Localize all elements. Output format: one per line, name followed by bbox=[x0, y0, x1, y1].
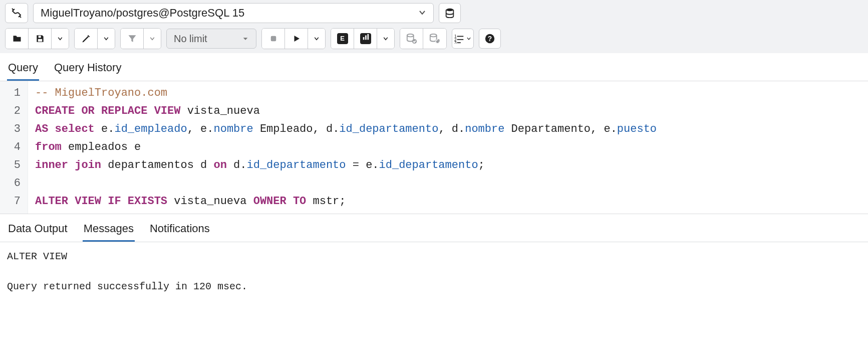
edit-dropdown-button[interactable] bbox=[98, 29, 115, 49]
line-gutter: 1234567 bbox=[0, 81, 28, 214]
code-line[interactable]: AS select e.id_empleado, e.nombre Emplea… bbox=[35, 120, 657, 138]
macros-button[interactable]: 1 2 3 bbox=[452, 29, 474, 49]
line-number: 6 bbox=[5, 174, 21, 193]
svg-rect-4 bbox=[270, 36, 276, 42]
connection-select[interactable]: MiguelTroyano/postgres@PostgreSQL 15 bbox=[33, 3, 434, 23]
row-limit-select[interactable]: No limit bbox=[166, 29, 256, 49]
svg-rect-2 bbox=[38, 39, 42, 42]
tab-query[interactable]: Query bbox=[7, 58, 39, 81]
line-number: 7 bbox=[5, 193, 21, 211]
sql-editor[interactable]: 1234567 -- MiguelTroyano.comCREATE OR RE… bbox=[0, 81, 868, 214]
execute-dropdown-button[interactable] bbox=[308, 29, 325, 49]
svg-point-1 bbox=[446, 9, 454, 12]
caret-down-icon bbox=[242, 35, 249, 42]
commit-button[interactable] bbox=[400, 29, 423, 49]
edit-button[interactable] bbox=[75, 29, 98, 49]
code-line[interactable] bbox=[35, 174, 657, 193]
svg-rect-5 bbox=[363, 37, 364, 40]
code-line[interactable]: CREATE OR REPLACE VIEW vista_nueva bbox=[35, 102, 657, 120]
tab-notifications[interactable]: Notifications bbox=[149, 220, 211, 242]
svg-rect-7 bbox=[367, 34, 369, 40]
code-line[interactable]: from empleados e bbox=[35, 138, 657, 156]
filter-group bbox=[120, 28, 161, 49]
messages-line-1: ALTER VIEW bbox=[7, 251, 67, 262]
svg-point-10 bbox=[430, 34, 437, 37]
row-limit-label: No limit bbox=[174, 33, 207, 45]
messages-panel: ALTER VIEW Query returned successfully i… bbox=[0, 242, 868, 306]
code-line[interactable]: -- MiguelTroyano.com bbox=[35, 84, 657, 102]
svg-rect-3 bbox=[38, 36, 41, 38]
tab-messages[interactable]: Messages bbox=[83, 220, 135, 242]
file-group bbox=[5, 28, 69, 49]
messages-line-2: Query returned successfully in 120 msec. bbox=[7, 281, 247, 292]
transaction-group bbox=[400, 28, 447, 49]
svg-text:3: 3 bbox=[454, 41, 457, 44]
execute-button[interactable] bbox=[285, 29, 308, 49]
database-icon-button[interactable] bbox=[439, 3, 461, 23]
execute-group bbox=[261, 28, 326, 49]
explain-group: E bbox=[331, 28, 395, 49]
svg-rect-6 bbox=[365, 36, 367, 40]
rollback-button[interactable] bbox=[423, 29, 446, 49]
connection-status-icon[interactable] bbox=[5, 3, 28, 23]
tab-data-output[interactable]: Data Output bbox=[7, 220, 69, 242]
help-button[interactable]: ? bbox=[479, 29, 501, 49]
svg-point-8 bbox=[407, 34, 413, 37]
svg-line-0 bbox=[15, 13, 18, 14]
connection-label: MiguelTroyano/postgres@PostgreSQL 15 bbox=[41, 7, 244, 20]
line-number: 2 bbox=[5, 102, 21, 120]
chevron-down-icon bbox=[418, 7, 426, 20]
save-button[interactable] bbox=[29, 29, 52, 49]
line-number: 3 bbox=[5, 120, 21, 138]
stop-button[interactable] bbox=[262, 29, 285, 49]
line-number: 1 bbox=[5, 84, 21, 102]
result-tabs: Data Output Messages Notifications bbox=[0, 214, 868, 242]
save-dropdown-button[interactable] bbox=[52, 29, 69, 49]
code-area[interactable]: -- MiguelTroyano.comCREATE OR REPLACE VI… bbox=[28, 81, 664, 214]
line-number: 5 bbox=[5, 156, 21, 174]
open-file-button[interactable] bbox=[6, 29, 29, 49]
explain-button[interactable]: E bbox=[331, 29, 354, 49]
code-line[interactable]: inner join departamentos d on d.id_depar… bbox=[35, 156, 657, 174]
explain-analyze-button[interactable] bbox=[354, 29, 377, 49]
filter-button[interactable] bbox=[121, 29, 144, 49]
editor-tabs: Query Query History bbox=[0, 53, 868, 81]
code-line[interactable]: ALTER VIEW IF EXISTS vista_nueva OWNER T… bbox=[35, 193, 657, 211]
explain-dropdown-button[interactable] bbox=[377, 29, 394, 49]
filter-dropdown-button[interactable] bbox=[144, 29, 161, 49]
tab-query-history[interactable]: Query History bbox=[53, 58, 122, 81]
line-number: 4 bbox=[5, 138, 21, 156]
edit-group bbox=[74, 28, 115, 49]
svg-text:?: ? bbox=[488, 35, 492, 43]
